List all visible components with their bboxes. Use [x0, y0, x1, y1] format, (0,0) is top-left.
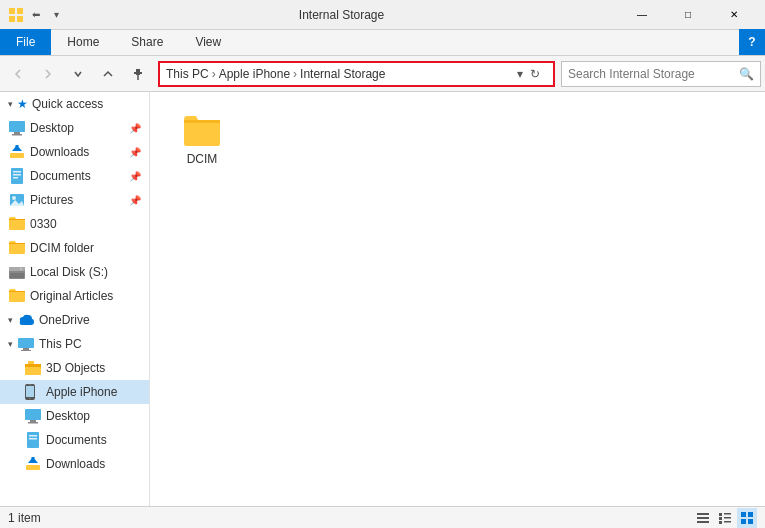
view-details-button[interactable] — [715, 508, 735, 528]
svg-rect-47 — [724, 513, 731, 515]
onedrive-header[interactable]: ▾ OneDrive — [0, 308, 149, 332]
address-internal-storage: Internal Storage — [300, 67, 385, 81]
onedrive-chevron: ▾ — [8, 315, 13, 325]
folder-0330-icon — [8, 215, 26, 233]
window-controls[interactable]: — □ ✕ — [619, 0, 757, 30]
maximize-button[interactable]: □ — [665, 0, 711, 30]
svg-rect-48 — [719, 517, 722, 520]
sidebar-item-apple-iphone[interactable]: Apple iPhone — [0, 380, 149, 404]
svg-rect-24 — [18, 338, 34, 348]
status-bar: 1 item — [0, 506, 765, 528]
address-iphone: Apple iPhone — [219, 67, 290, 81]
svg-rect-1 — [17, 8, 23, 14]
onedrive-label: OneDrive — [39, 313, 90, 327]
sidebar-item-documents-thispc[interactable]: Documents — [0, 428, 149, 452]
thispc-label: This PC — [39, 337, 82, 351]
svg-rect-38 — [29, 435, 37, 437]
documents-thispc-icon — [24, 431, 42, 449]
downloads-thispc-icon — [24, 455, 42, 473]
tab-view[interactable]: View — [179, 29, 237, 55]
tab-file[interactable]: File — [0, 29, 51, 55]
search-box[interactable]: 🔍 — [561, 61, 761, 87]
desktop-label: Desktop — [30, 121, 127, 135]
svg-rect-3 — [17, 16, 23, 22]
sidebar: ▾ ★ Quick access Desktop 📌 Downloads 📌 — [0, 92, 150, 506]
documents-thispc-label: Documents — [46, 433, 141, 447]
sidebar-item-downloads-thispc[interactable]: Downloads — [0, 452, 149, 476]
svg-rect-2 — [9, 16, 15, 22]
folder-dcim-label: DCIM folder — [30, 241, 141, 255]
svg-rect-42 — [32, 457, 35, 463]
address-refresh-button[interactable]: ↻ — [523, 62, 547, 86]
recent-locations-button[interactable] — [64, 60, 92, 88]
svg-rect-21 — [9, 267, 25, 271]
forward-button[interactable] — [34, 60, 62, 88]
sidebar-item-3dobjects[interactable]: 3D Objects — [0, 356, 149, 380]
help-button[interactable]: ? — [739, 29, 765, 55]
svg-rect-13 — [11, 168, 23, 184]
svg-rect-15 — [13, 174, 21, 176]
dcim-folder-label: DCIM — [187, 152, 218, 166]
dcim-folder-item[interactable]: DCIM — [162, 104, 242, 174]
svg-rect-34 — [25, 409, 41, 420]
svg-rect-10 — [10, 153, 24, 158]
folder-articles-label: Original Articles — [30, 289, 141, 303]
sidebar-item-dcim[interactable]: DCIM folder — [0, 236, 149, 260]
sidebar-item-documents[interactable]: Documents 📌 — [0, 164, 149, 188]
minimize-button[interactable]: — — [619, 0, 665, 30]
svg-rect-49 — [724, 517, 731, 519]
desktop-thispc-label: Desktop — [46, 409, 141, 423]
close-button[interactable]: ✕ — [711, 0, 757, 30]
address-bar[interactable]: This PC › Apple iPhone › Internal Storag… — [158, 61, 555, 87]
thispc-header[interactable]: ▾ This PC — [0, 332, 149, 356]
sidebar-item-0330[interactable]: 0330 — [0, 212, 149, 236]
desktop-pin-icon: 📌 — [129, 123, 141, 134]
svg-point-32 — [29, 398, 31, 400]
downloads-thispc-label: Downloads — [46, 457, 141, 471]
sidebar-item-articles[interactable]: Original Articles — [0, 284, 149, 308]
svg-rect-31 — [26, 386, 34, 397]
3dobjects-label: 3D Objects — [46, 361, 141, 375]
sidebar-item-pictures[interactable]: Pictures 📌 — [0, 188, 149, 212]
pin-button[interactable] — [124, 60, 152, 88]
view-large-icons-button[interactable] — [737, 508, 757, 528]
svg-rect-46 — [719, 513, 722, 516]
up-button[interactable] — [94, 60, 122, 88]
search-input[interactable] — [568, 67, 735, 81]
tab-share[interactable]: Share — [115, 29, 179, 55]
svg-rect-50 — [719, 521, 722, 524]
window-title: Internal Storage — [64, 8, 619, 22]
svg-rect-52 — [741, 512, 746, 517]
quick-access-text: Quick access — [32, 97, 103, 111]
pictures-label: Pictures — [30, 193, 127, 207]
apple-iphone-icon — [24, 383, 42, 401]
svg-rect-29 — [28, 361, 34, 364]
sidebar-item-desktop-thispc[interactable]: Desktop — [0, 404, 149, 428]
svg-point-23 — [20, 268, 22, 270]
dcim-folder-icon — [182, 112, 222, 148]
sidebar-scroll[interactable]: ▾ ★ Quick access Desktop 📌 Downloads 📌 — [0, 92, 149, 506]
desktop-icon — [8, 119, 26, 137]
address-bar-content: This PC › Apple iPhone › Internal Storag… — [166, 67, 513, 81]
view-list-button[interactable] — [693, 508, 713, 528]
down-arrow-icon: ▾ — [48, 7, 64, 23]
svg-rect-55 — [748, 519, 753, 524]
back-button[interactable] — [4, 60, 32, 88]
sidebar-item-localdisk[interactable]: Local Disk (S:) — [0, 260, 149, 284]
folder-0330-label: 0330 — [30, 217, 141, 231]
sidebar-item-desktop[interactable]: Desktop 📌 — [0, 116, 149, 140]
svg-rect-5 — [134, 72, 142, 74]
sidebar-item-downloads[interactable]: Downloads 📌 — [0, 140, 149, 164]
address-sep-1: › — [212, 67, 216, 81]
content-area: DCIM — [150, 92, 765, 506]
tab-home[interactable]: Home — [51, 29, 115, 55]
svg-rect-40 — [26, 465, 40, 470]
svg-rect-26 — [21, 350, 31, 351]
window-icon — [8, 7, 24, 23]
svg-rect-8 — [14, 132, 20, 134]
quick-access-header[interactable]: ▾ ★ Quick access — [0, 92, 149, 116]
address-sep-2: › — [293, 67, 297, 81]
thispc-chevron: ▾ — [8, 339, 13, 349]
svg-rect-12 — [16, 145, 19, 151]
pictures-pin-icon: 📌 — [129, 195, 141, 206]
